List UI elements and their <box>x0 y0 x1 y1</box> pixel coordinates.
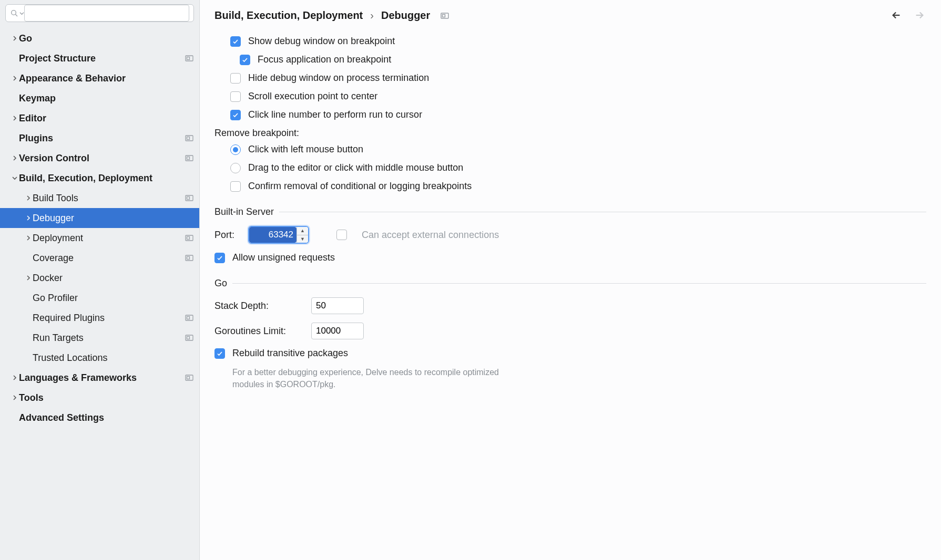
back-button[interactable] <box>889 8 903 22</box>
sidebar-item-required-plugins[interactable]: Required Plugins <box>0 308 199 328</box>
rebuild-transitive-checkbox[interactable] <box>214 348 225 359</box>
scroll-execution-center-checkbox[interactable] <box>230 91 241 102</box>
remove-bp-left-click-radio[interactable] <box>230 144 241 155</box>
port-step-down[interactable]: ▼ <box>297 235 308 243</box>
sidebar-item-label: Appearance & Behavior <box>19 73 181 84</box>
settings-detail-panel: Build, Execution, Deployment › Debugger <box>200 0 941 560</box>
sidebar-item-tools[interactable]: Tools <box>0 388 199 408</box>
hide-debug-on-terminate-label: Hide debug window on process termination <box>248 72 429 84</box>
sidebar-item-label: Build, Execution, Deployment <box>19 173 181 184</box>
breadcrumb-parent[interactable]: Build, Execution, Deployment <box>214 9 363 22</box>
settings-search-box[interactable] <box>5 4 194 22</box>
sidebar-item-label: Go <box>19 33 181 44</box>
sidebar-item-project-structure[interactable]: Project Structure <box>0 48 199 68</box>
forward-button <box>913 8 926 22</box>
sidebar-item-appearance-behavior[interactable]: Appearance & Behavior <box>0 68 199 88</box>
sidebar-item-version-control[interactable]: Version Control <box>0 148 199 168</box>
scope-marker-icon <box>185 334 194 341</box>
chevron-right-icon[interactable] <box>24 235 33 241</box>
chevron-right-icon[interactable] <box>11 395 19 400</box>
remove-bp-drag-radio[interactable] <box>230 163 241 173</box>
chevron-right-icon[interactable] <box>11 375 19 380</box>
port-spinner[interactable]: ▲ ▼ <box>248 226 309 244</box>
section-divider <box>279 212 926 212</box>
section-divider <box>232 283 926 284</box>
svg-rect-7 <box>187 157 190 160</box>
chevron-right-icon[interactable] <box>11 76 19 81</box>
chevron-right-icon[interactable] <box>11 155 19 161</box>
sidebar-item-deployment[interactable]: Deployment <box>0 228 199 248</box>
svg-rect-3 <box>187 57 190 60</box>
confirm-removal-label: Confirm removal of conditional or loggin… <box>248 181 472 192</box>
sidebar-item-keymap[interactable]: Keymap <box>0 88 199 108</box>
sidebar-item-plugins[interactable]: Plugins <box>0 128 199 148</box>
settings-search-input[interactable] <box>24 5 189 22</box>
search-icon <box>10 9 18 17</box>
scope-marker-icon <box>185 354 194 361</box>
svg-rect-17 <box>187 337 190 339</box>
scope-marker-icon <box>185 115 194 122</box>
sidebar-item-coverage[interactable]: Coverage <box>0 248 199 268</box>
accept-external-checkbox[interactable] <box>336 230 347 240</box>
scope-marker-icon <box>185 95 194 102</box>
sidebar-item-debugger[interactable]: Debugger <box>0 208 199 228</box>
scope-marker-icon <box>185 75 194 82</box>
port-label: Port: <box>214 230 241 241</box>
sidebar-item-trusted-locations[interactable]: Trusted Locations <box>0 348 199 368</box>
remove-breakpoint-heading: Remove breakpoint: <box>214 128 926 139</box>
sidebar-item-languages-frameworks[interactable]: Languages & Frameworks <box>0 368 199 388</box>
scope-marker-icon <box>441 9 449 22</box>
sidebar-item-label: Plugins <box>19 133 181 144</box>
scroll-execution-center-label: Scroll execution point to center <box>248 91 377 102</box>
chevron-down-icon[interactable] <box>11 175 19 181</box>
chevron-right-icon[interactable] <box>24 195 33 201</box>
port-step-up[interactable]: ▲ <box>297 227 308 235</box>
scope-marker-icon <box>185 194 194 202</box>
chevron-right-icon[interactable] <box>11 116 19 121</box>
allow-unsigned-checkbox[interactable] <box>214 253 225 263</box>
stack-depth-label: Stack Depth: <box>214 300 304 312</box>
sidebar-item-label: Debugger <box>33 213 181 224</box>
scope-marker-icon <box>185 314 194 322</box>
scope-marker-icon <box>185 414 194 421</box>
sidebar-item-go[interactable]: Go <box>0 28 199 48</box>
sidebar-item-label: Keymap <box>19 93 181 104</box>
sidebar-item-run-targets[interactable]: Run Targets <box>0 328 199 348</box>
sidebar-item-go-profiler[interactable]: Go Profiler <box>0 288 199 308</box>
sidebar-item-label: Deployment <box>33 233 181 244</box>
svg-rect-21 <box>443 14 445 17</box>
sidebar-item-build-execution-deployment[interactable]: Build, Execution, Deployment <box>0 168 199 188</box>
settings-sidebar: GoProject StructureAppearance & Behavior… <box>0 0 200 560</box>
scope-marker-icon <box>185 174 194 182</box>
sidebar-item-editor[interactable]: Editor <box>0 108 199 128</box>
click-line-run-to-cursor-label: Click line number to perform run to curs… <box>248 109 422 120</box>
builtin-server-section-title: Built-in Server <box>214 206 274 217</box>
chevron-down-icon[interactable] <box>19 8 24 18</box>
goroutines-limit-input[interactable] <box>311 323 364 339</box>
sidebar-item-label: Go Profiler <box>33 293 181 304</box>
stack-depth-input[interactable] <box>311 297 364 314</box>
sidebar-item-label: Project Structure <box>19 53 181 64</box>
breadcrumb: Build, Execution, Deployment › Debugger <box>214 9 889 22</box>
focus-app-on-breakpoint-checkbox[interactable] <box>240 55 250 65</box>
hide-debug-on-terminate-checkbox[interactable] <box>230 73 241 84</box>
sidebar-item-label: Run Targets <box>33 333 181 344</box>
chevron-right-icon[interactable] <box>24 215 33 221</box>
confirm-removal-checkbox[interactable] <box>230 181 241 192</box>
scope-marker-icon <box>185 154 194 162</box>
show-debug-on-breakpoint-checkbox[interactable] <box>230 36 241 47</box>
click-line-run-to-cursor-checkbox[interactable] <box>230 110 241 120</box>
sidebar-item-docker[interactable]: Docker <box>0 268 199 288</box>
scope-marker-icon <box>185 274 194 282</box>
sidebar-item-label: Version Control <box>19 153 181 164</box>
sidebar-item-advanced-settings[interactable]: Advanced Settings <box>0 408 199 428</box>
scope-marker-icon <box>185 134 194 142</box>
svg-point-0 <box>12 11 16 15</box>
sidebar-item-build-tools[interactable]: Build Tools <box>0 188 199 208</box>
chevron-right-icon[interactable] <box>24 275 33 281</box>
port-input[interactable] <box>249 227 296 243</box>
sidebar-item-label: Advanced Settings <box>19 412 181 423</box>
sidebar-item-label: Coverage <box>33 253 181 264</box>
chevron-right-icon[interactable] <box>11 36 19 41</box>
goroutines-limit-label: Goroutines Limit: <box>214 326 304 337</box>
